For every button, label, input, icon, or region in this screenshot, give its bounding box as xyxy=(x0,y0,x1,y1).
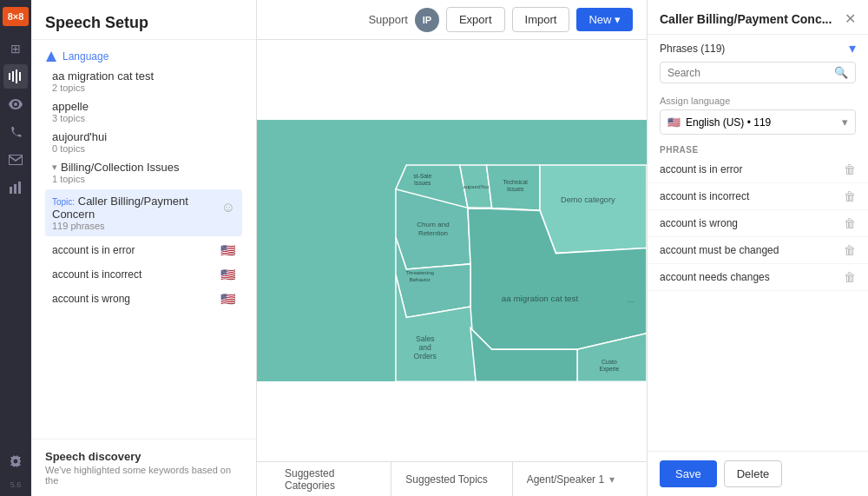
phrase-column-header: PHRASE xyxy=(648,142,868,156)
voronoi-chart: st-Sale Issues aujourd'hui Technical Iss… xyxy=(257,40,647,461)
svg-text:Experie: Experie xyxy=(599,367,619,374)
svg-text:Custo: Custo xyxy=(602,360,617,366)
delete-icon-2[interactable]: 🗑 xyxy=(844,189,856,203)
panel-scroll: Phrases (119) ▾ 🔍 Assign language 🇺🇸 Eng… xyxy=(648,35,868,451)
svg-rect-0 xyxy=(9,73,10,80)
import-button[interactable]: Import xyxy=(512,7,570,32)
phrase-row-3: account is wrong 🗑 xyxy=(648,210,868,237)
visualization-area[interactable]: st-Sale Issues aujourd'hui Technical Iss… xyxy=(257,40,647,461)
assign-language-section: Assign language 🇺🇸 English (US) • 119 ▾ xyxy=(648,90,868,142)
svg-text:and: and xyxy=(419,343,432,352)
svg-text:st-Sale: st-Sale xyxy=(413,173,431,179)
close-icon[interactable]: ✕ xyxy=(845,10,856,27)
speech-discovery: Speech discovery We've highlighted some … xyxy=(31,439,256,496)
svg-rect-2 xyxy=(16,69,17,83)
user-avatar[interactable]: IP xyxy=(415,8,439,32)
delete-button[interactable]: Delete xyxy=(724,460,783,487)
svg-text:Issues: Issues xyxy=(507,186,524,192)
agent-speaker-label: Agent/Speaker 1 xyxy=(527,473,604,486)
svg-text:aujourd'hui: aujourd'hui xyxy=(463,183,489,189)
dropdown-chevron-icon: ▾ xyxy=(842,116,848,129)
svg-text:Churn and: Churn and xyxy=(417,221,449,228)
svg-text:aa migration cat test: aa migration cat test xyxy=(502,294,579,303)
delete-icon-5[interactable]: 🗑 xyxy=(844,270,856,284)
flag-icon-1: 🇺🇸 xyxy=(220,243,235,257)
panel-title: Caller Billing/Payment Conc... xyxy=(660,12,832,26)
phrase-row-5: account needs changes 🗑 xyxy=(648,264,868,291)
suggested-topics-label: Suggested Topics xyxy=(405,473,488,486)
left-nav: 8×8 ⊞ 5.6 xyxy=(0,0,31,496)
sidebar-content: Language aa migration cat test 2 topics … xyxy=(31,40,256,439)
tree-item-billing[interactable]: ▾ Billing/Collection Issues 1 topics xyxy=(45,157,242,188)
delete-icon-3[interactable]: 🗑 xyxy=(844,216,856,230)
phrase-row-1: account is in error 🗑 xyxy=(648,156,868,183)
toolbar-right: Support IP Export Import New ▾ xyxy=(368,7,633,32)
version-label: 5.6 xyxy=(10,480,22,489)
emoji-icon: ☺ xyxy=(221,200,235,215)
sidebar: Speech Setup Language aa migration cat t… xyxy=(31,0,257,496)
search-box: 🔍 xyxy=(660,62,856,83)
phone-nav-icon[interactable] xyxy=(3,120,28,144)
search-input[interactable] xyxy=(667,67,829,79)
save-button[interactable]: Save xyxy=(660,460,717,487)
tree-item-aa-migration[interactable]: aa migration cat test 2 topics xyxy=(45,66,242,96)
flag-icon-2: 🇺🇸 xyxy=(220,268,235,281)
main-content: Support IP Export Import New ▾ xyxy=(257,0,647,496)
phrases-section-header[interactable]: Phrases (119) ▾ xyxy=(648,35,868,62)
sidebar-title: Speech Setup xyxy=(31,0,256,40)
expand-icon[interactable]: ▾ xyxy=(849,40,856,56)
svg-text:Issues: Issues xyxy=(414,180,431,186)
svg-rect-5 xyxy=(14,184,16,194)
svg-rect-1 xyxy=(12,71,14,82)
top-bar: Support IP Export Import New ▾ xyxy=(257,0,647,40)
tree-item-aujourdhui[interactable]: aujourd'hui 0 topics xyxy=(45,127,242,157)
svg-marker-13 xyxy=(540,165,647,253)
sidebar-section: Language aa migration cat test 2 topics … xyxy=(31,40,256,318)
search-icon: 🔍 xyxy=(834,66,848,79)
waveform-nav-icon[interactable] xyxy=(3,64,28,89)
selected-topic[interactable]: Topic: Caller Billing/Payment Concern ☺ … xyxy=(45,189,242,236)
sidebar-phrase-2: account is incorrect 🇺🇸 xyxy=(45,262,242,287)
svg-rect-6 xyxy=(18,182,21,194)
phrase-row-4: account must be changed 🗑 xyxy=(648,237,868,264)
settings-nav-icon[interactable] xyxy=(3,449,28,473)
agent-speaker-chevron[interactable]: ▾ xyxy=(609,473,615,486)
suggested-topics-section: Suggested Topics xyxy=(391,462,512,496)
eye-nav-icon[interactable] xyxy=(3,92,28,116)
svg-text:Technical: Technical xyxy=(503,179,529,185)
svg-text:···: ··· xyxy=(627,296,634,306)
new-button[interactable]: New ▾ xyxy=(576,8,633,31)
assign-language-label: Assign language xyxy=(660,96,856,106)
panel-actions: Save Delete xyxy=(648,451,868,496)
bar-chart-nav-icon[interactable] xyxy=(3,175,28,200)
phrases-label: Phrases (119) xyxy=(660,43,725,55)
flag-icon-3: 🇺🇸 xyxy=(220,292,235,306)
sidebar-phrase-1: account is in error 🇺🇸 xyxy=(45,238,242,262)
language-select[interactable]: 🇺🇸 English (US) • 119 ▾ xyxy=(660,109,856,135)
agent-speaker-section: Agent/Speaker 1 ▾ xyxy=(513,462,633,496)
sidebar-phrase-3: account is wrong 🇺🇸 xyxy=(45,287,242,311)
svg-rect-3 xyxy=(19,72,21,81)
right-panel: Caller Billing/Payment Conc... ✕ Phrases… xyxy=(647,0,868,496)
tree-item-appelle[interactable]: appelle 3 topics xyxy=(45,96,242,127)
svg-text:Demo category: Demo category xyxy=(561,195,615,204)
mail-nav-icon[interactable] xyxy=(3,148,28,172)
delete-icon-4[interactable]: 🗑 xyxy=(844,243,856,257)
panel-header: Caller Billing/Payment Conc... ✕ xyxy=(648,0,868,35)
suggested-categories-label: Suggested Categories xyxy=(285,467,377,492)
language-label[interactable]: Language xyxy=(45,47,242,66)
svg-text:Threatening: Threatening xyxy=(405,269,434,275)
us-flag-icon: 🇺🇸 xyxy=(667,116,681,129)
suggested-categories-section: Suggested Categories xyxy=(271,462,391,496)
support-link[interactable]: Support xyxy=(368,13,408,26)
export-button[interactable]: Export xyxy=(446,7,505,32)
svg-text:Orders: Orders xyxy=(414,352,437,360)
app-logo: 8×8 xyxy=(3,7,29,26)
grid-nav-icon[interactable]: ⊞ xyxy=(3,36,28,61)
delete-icon-1[interactable]: 🗑 xyxy=(844,162,856,176)
phrase-row-2: account is incorrect 🗑 xyxy=(648,183,868,210)
svg-rect-4 xyxy=(10,187,12,194)
language-text: Language xyxy=(62,50,108,63)
svg-text:Retention: Retention xyxy=(418,229,448,237)
language-select-value: 🇺🇸 English (US) • 119 xyxy=(667,116,771,129)
